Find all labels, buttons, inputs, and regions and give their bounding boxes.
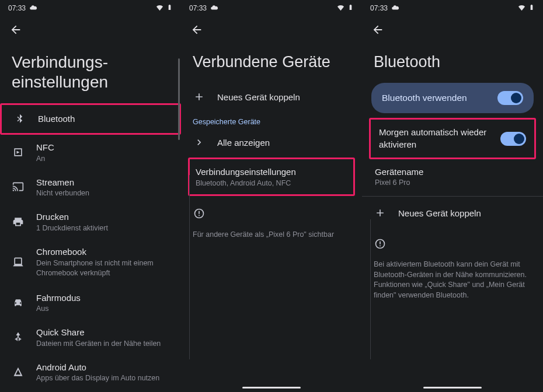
switch-on-icon (500, 132, 526, 146)
screen-bluetooth: 07:33 Bluetooth Bluetooth verwenden Morg… (362, 0, 543, 392)
row-subtitle: Dein Smartphone ist nicht mit einem Chro… (36, 258, 169, 278)
row-title: Streamen (36, 177, 169, 188)
row-print[interactable]: Drucken 1 Druckdienst aktiviert (0, 204, 181, 239)
back-arrow-icon (9, 23, 22, 36)
android-auto-icon (12, 366, 25, 379)
row-subtitle: Aus (36, 304, 169, 313)
row-info-icon (181, 197, 362, 225)
row-subtitle: Apps über das Display im Auto nutzen (36, 374, 169, 382)
status-time: 07:33 (189, 4, 207, 12)
wifi-icon (155, 3, 164, 13)
status-bar: 07:33 (0, 0, 181, 16)
nav-back[interactable] (0, 16, 181, 42)
cloud-icon (210, 4, 218, 13)
row-title: Verbindungseinstellungen (196, 166, 342, 178)
back-arrow-icon (190, 23, 203, 36)
nav-back[interactable] (181, 16, 362, 42)
home-indicator[interactable] (242, 387, 301, 388)
row-title: NFC (36, 142, 169, 153)
battery-icon (347, 3, 354, 13)
back-arrow-icon (371, 23, 384, 36)
home-indicator[interactable] (423, 387, 482, 388)
row-title: Drucken (36, 211, 169, 223)
row-quickshare[interactable]: Quick Share Dateien mit Geräten in der N… (0, 320, 181, 355)
row-subtitle: Pixel 6 Pro (375, 178, 531, 187)
status-time: 07:33 (8, 4, 26, 12)
scrollbar[interactable] (178, 58, 180, 140)
row-title: Bluetooth (38, 113, 168, 125)
row-nfc[interactable]: NFC An (0, 135, 181, 170)
cast-icon (12, 180, 25, 193)
info-text: Bei aktiviertem Bluetooth kann dein Gerä… (362, 255, 543, 307)
row-subtitle: Bluetooth, Android Auto, NFC (196, 179, 342, 187)
row-bluetooth[interactable]: Bluetooth (0, 103, 181, 135)
car-icon (12, 296, 25, 309)
row-pair-new[interactable]: Neues Gerät koppeln (181, 83, 362, 111)
toggle-label: Morgen automatisch wieder aktivieren (379, 127, 489, 150)
row-title: Neues Gerät koppeln (217, 92, 350, 103)
switch-on-icon (497, 91, 523, 105)
row-driving[interactable]: Fahrmodus Aus (0, 285, 181, 320)
row-title: Neues Gerät koppeln (398, 208, 531, 219)
row-title: Alle anzeigen (217, 137, 350, 149)
row-title: Fahrmodus (36, 292, 169, 304)
row-title: Gerätename (375, 166, 531, 178)
divider (362, 196, 543, 197)
row-title: Chromebook (36, 246, 169, 258)
status-bar: 07:33 (362, 0, 543, 16)
row-chromebook[interactable]: Chromebook Dein Smartphone ist nicht mit… (0, 239, 181, 285)
page-title: Verbundene Geräte (181, 42, 362, 83)
row-info-icon (362, 227, 543, 255)
row-android-auto[interactable]: Android Auto Apps über das Display im Au… (0, 355, 181, 390)
info-text: Für andere Geräte als „Pixel 6 Pro" sich… (181, 225, 362, 247)
share-icon (12, 331, 25, 344)
row-show-all[interactable]: Alle anzeigen (181, 128, 362, 156)
screen-connection-prefs: 07:33 Verbindungs-einstellungen Bluetoot… (0, 0, 181, 392)
screen-connected-devices: 07:33 Verbundene Geräte Neues Gerät kopp… (181, 0, 362, 392)
cloud-icon (29, 4, 37, 13)
row-title: Quick Share (36, 327, 169, 338)
row-pair-new[interactable]: Neues Gerät koppeln (362, 199, 543, 227)
section-saved-devices: Gespeicherte Geräte (181, 111, 362, 128)
page-title: Verbindungs-einstellungen (0, 42, 181, 103)
wifi-icon (336, 3, 345, 13)
status-bar: 07:33 (181, 0, 362, 16)
row-subtitle: Dateien mit Geräten in der Nähe teilen (36, 340, 169, 348)
plus-icon (193, 90, 206, 103)
battery-icon (528, 3, 535, 13)
divider (370, 219, 371, 359)
wifi-icon (517, 3, 526, 13)
nav-back[interactable] (362, 16, 543, 42)
row-connection-prefs[interactable]: Verbindungseinstellungen Bluetooth, Andr… (188, 158, 355, 196)
laptop-icon (12, 256, 25, 268)
cloud-icon (391, 4, 399, 13)
row-subtitle: An (36, 155, 169, 163)
print-icon (12, 215, 25, 228)
battery-icon (166, 3, 173, 13)
row-subtitle: 1 Druckdienst aktiviert (36, 224, 169, 232)
row-cast[interactable]: Streamen Nicht verbunden (0, 170, 181, 205)
plus-icon (374, 206, 387, 219)
bluetooth-icon (13, 113, 26, 125)
toggle-auto-enable[interactable]: Morgen automatisch wieder aktivieren (369, 118, 536, 159)
info-icon (374, 237, 387, 250)
row-subtitle: Nicht verbunden (36, 189, 169, 197)
info-icon (193, 207, 206, 220)
divider (189, 175, 190, 359)
chevron-right-icon (193, 136, 206, 149)
nfc-icon (12, 146, 25, 159)
row-device-name[interactable]: Gerätename Pixel 6 Pro (362, 159, 543, 194)
page-title: Bluetooth (362, 42, 543, 83)
toggle-use-bluetooth[interactable]: Bluetooth verwenden (371, 83, 534, 113)
status-time: 07:33 (370, 4, 388, 12)
row-title: Android Auto (36, 362, 169, 373)
toggle-label: Bluetooth verwenden (382, 93, 467, 103)
